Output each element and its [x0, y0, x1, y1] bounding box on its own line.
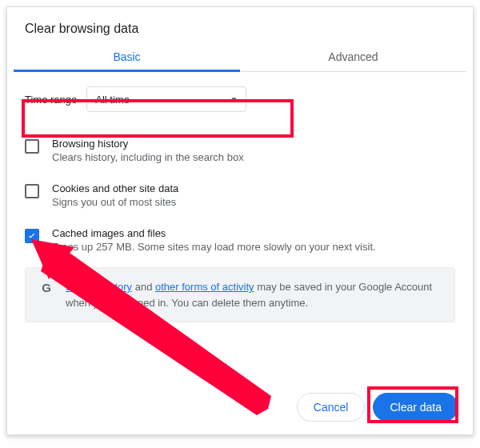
clear-browsing-data-dialog: Clear browsing data Basic Advanced Time …	[6, 6, 474, 435]
option-title: Cached images and files	[52, 227, 376, 239]
checkbox-cached[interactable]	[25, 229, 39, 243]
option-desc: Frees up 257 MB. Some sites may load mor…	[52, 241, 376, 253]
time-range-value: All time	[95, 94, 130, 106]
link-other-activity[interactable]: other forms of activity	[155, 281, 254, 293]
tab-advanced-label: Advanced	[328, 50, 378, 63]
clear-data-button[interactable]: Clear data	[373, 393, 458, 422]
option-cookies: Cookies and other site data Signs you ou…	[25, 174, 455, 219]
tabs: Basic Advanced	[14, 41, 466, 72]
note-text: Search history and other forms of activi…	[66, 279, 442, 310]
option-title: Cookies and other site data	[52, 182, 178, 194]
time-range-label: Time range	[25, 94, 77, 106]
option-cached: Cached images and files Frees up 257 MB.…	[25, 219, 455, 264]
link-search-history[interactable]: Search history	[66, 281, 132, 293]
chevron-down-icon: ▼	[230, 95, 238, 104]
option-desc: Clears history, including in the search …	[52, 151, 244, 163]
dialog-title: Clear browsing data	[7, 7, 473, 41]
cancel-button[interactable]: Cancel	[297, 393, 366, 422]
option-browsing-history: Browsing history Clears history, includi…	[25, 130, 455, 174]
checkbox-browsing-history[interactable]	[25, 139, 39, 154]
time-range-row: Time range All time ▼	[25, 86, 455, 112]
checkbox-cookies[interactable]	[25, 184, 39, 198]
option-desc: Signs you out of most sites	[52, 196, 178, 208]
google-account-note: G Search history and other forms of acti…	[25, 267, 455, 322]
tab-basic[interactable]: Basic	[14, 41, 240, 71]
tab-advanced[interactable]: Advanced	[240, 41, 466, 71]
google-logo-icon: G	[38, 279, 54, 295]
time-range-select[interactable]: All time ▼	[86, 86, 246, 112]
option-title: Browsing history	[52, 138, 244, 150]
dialog-footer: Cancel Clear data	[297, 393, 458, 422]
tab-basic-label: Basic	[113, 50, 140, 63]
